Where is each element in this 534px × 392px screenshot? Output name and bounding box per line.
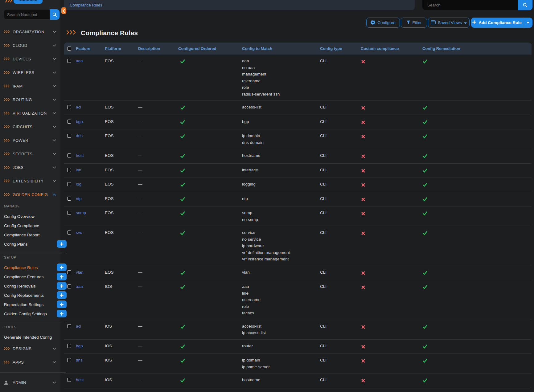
feature-link[interactable]: aaa [76, 284, 83, 289]
sidebar-item-config-replacements[interactable]: Config Replacements [0, 291, 60, 300]
configure-button[interactable]: Configure [366, 18, 400, 28]
sidebar-item-remediation-settings[interactable]: Remediation Settings [0, 300, 60, 309]
row-checkbox[interactable] [67, 358, 71, 362]
add-button-compliance-features[interactable] [57, 273, 67, 280]
column-header-custom-compliance[interactable]: Custom compliance [359, 46, 421, 51]
feature-link[interactable]: acl [76, 105, 81, 109]
select-all-checkbox[interactable] [67, 47, 71, 51]
check-icon [180, 324, 185, 331]
sidebar-item-designs[interactable]: DESIGNS [0, 342, 60, 355]
column-header-platform[interactable]: Platform [103, 46, 136, 51]
row-checkbox[interactable] [67, 105, 71, 109]
row-checkbox[interactable] [67, 182, 71, 186]
sidebar-item-config-overview[interactable]: Config Overview [0, 212, 60, 221]
column-header-config-to-match[interactable]: Config to Match [240, 46, 318, 51]
config-remediation-cell [421, 283, 532, 291]
column-header-feature[interactable]: Feature [74, 46, 103, 51]
config-type-cell: CLI [318, 391, 359, 392]
sidebar-item-extensibility[interactable]: EXTENSIBILITY [0, 174, 60, 188]
sidebar-item-apps[interactable]: APPS [0, 355, 60, 369]
sidebar-item-compliance-report[interactable]: Compliance Report [0, 230, 60, 239]
column-header-config-type[interactable]: Config type [318, 46, 359, 51]
sidebar-item-config-compliance[interactable]: Config Compliance [0, 221, 60, 230]
feature-link[interactable]: ntp [76, 196, 82, 201]
column-header-config-remediation[interactable]: Config Remediation [421, 46, 532, 51]
filter-button[interactable]: Filter [401, 18, 427, 28]
row-checkbox[interactable] [67, 344, 71, 348]
feature-link[interactable]: vlan [76, 270, 84, 275]
sidebar-item-config-removals[interactable]: Config Removals [0, 281, 60, 291]
nautobot-logo[interactable]: Nautobot [14, 0, 43, 4]
plus-icon [472, 20, 476, 25]
sidebar-item-compliance-rules[interactable]: Compliance Rules [0, 263, 60, 272]
feature-link[interactable]: log [76, 182, 81, 186]
sidebar-item-circuits[interactable]: CIRCUITS [0, 120, 60, 133]
row-checkbox[interactable] [67, 134, 71, 138]
sidebar-item-routing[interactable]: ROUTING [0, 93, 60, 106]
row-checkbox[interactable] [67, 324, 71, 328]
add-button-compliance-rules[interactable] [57, 263, 67, 271]
sidebar-item-admin[interactable]: ADMIN [0, 376, 60, 389]
sidebar-item-jobs[interactable]: JOBS [0, 161, 60, 174]
global-search-input[interactable] [422, 0, 518, 10]
x-icon [361, 231, 365, 237]
column-header-configured-ordered[interactable]: Configured Ordered [176, 46, 240, 51]
feature-link[interactable]: dns [76, 133, 83, 138]
add-button-config-removals[interactable] [57, 282, 67, 290]
sidebar-item-power[interactable]: POWER [0, 133, 60, 147]
feature-link[interactable]: acl [76, 324, 81, 329]
sidebar-item-virtualization[interactable]: VIRTUALIZATION [0, 106, 60, 120]
custom-compliance-cell [359, 391, 421, 392]
sidebar-item-golden-config-settings[interactable]: Golden Config Settings [0, 309, 60, 318]
row-checkbox[interactable] [67, 120, 71, 124]
feature-link[interactable]: host [76, 153, 84, 158]
row-checkbox[interactable] [67, 168, 71, 172]
row-checkbox[interactable] [67, 153, 71, 157]
feature-link[interactable]: svc [76, 230, 82, 235]
sidebar-item-ipam[interactable]: IPAM [0, 79, 60, 93]
sidebar-item-generate-intended-config[interactable]: Generate Intended Config [0, 333, 60, 342]
feature-link[interactable]: aaa [76, 59, 83, 63]
row-checkbox[interactable] [67, 231, 71, 235]
row-checkbox[interactable] [67, 284, 71, 288]
row-checkbox[interactable] [67, 211, 71, 215]
platform-cell: EOS [103, 118, 136, 125]
chevron-down-icon[interactable] [523, 22, 532, 24]
row-checkbox[interactable] [67, 197, 71, 201]
feature-link[interactable]: snmp [76, 210, 86, 215]
sidebar-item-wireless[interactable]: WIRELESS [0, 66, 60, 79]
sidebar-search-input[interactable] [4, 9, 50, 20]
sidebar-item-devices[interactable]: DEVICES [0, 52, 60, 66]
sidebar-item-cloud[interactable]: CLOUD [0, 39, 60, 52]
chevron-down-icon [53, 166, 56, 169]
sidebar-item-golden-config[interactable]: GOLDEN CONFIG [0, 188, 60, 201]
add-button-remediation-settings[interactable] [57, 300, 67, 308]
feature-link[interactable]: bgp [76, 119, 83, 124]
breadcrumb-link[interactable]: Compliance Rules [70, 3, 102, 7]
configured-ordered-cell [176, 58, 240, 66]
triple-chevron-icon [4, 44, 10, 47]
saved-views-button[interactable]: Saved Views [428, 18, 470, 28]
row-select-cell [64, 58, 74, 63]
row-checkbox[interactable] [67, 59, 71, 63]
feature-cell: acl [74, 104, 103, 111]
row-checkbox[interactable] [67, 378, 71, 382]
global-search-button[interactable] [518, 0, 532, 10]
add-button-config-plans[interactable] [57, 240, 67, 248]
sidebar-item-organization[interactable]: ORGANIZATION [0, 25, 60, 39]
add-button-golden-config-settings[interactable] [57, 310, 67, 317]
feature-link[interactable]: bgp [76, 344, 83, 348]
sidebar-item-secrets[interactable]: SECRETS [0, 147, 60, 161]
sidebar-search-button[interactable] [50, 9, 60, 20]
feature-link[interactable]: host [76, 378, 84, 382]
table-row: bgpEOS—bgpCLI [64, 115, 532, 130]
column-header-description[interactable]: Description [136, 46, 176, 51]
sidebar-item-config-plans[interactable]: Config Plans [0, 239, 60, 249]
sidebar-collapse-button[interactable] [61, 7, 66, 14]
sidebar-item-compliance-features[interactable]: Compliance Features [0, 272, 60, 281]
add-button-config-replacements[interactable] [57, 291, 67, 299]
add-compliance-rule-button[interactable]: Add Compliance Rule [471, 18, 532, 28]
feature-link[interactable]: intf [76, 168, 81, 172]
row-checkbox[interactable] [67, 270, 71, 274]
feature-link[interactable]: dns [76, 358, 83, 362]
